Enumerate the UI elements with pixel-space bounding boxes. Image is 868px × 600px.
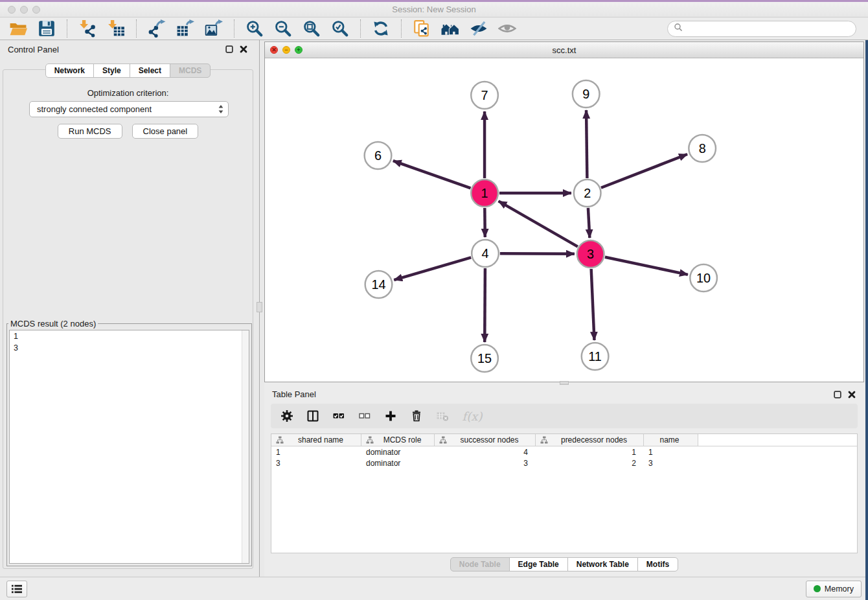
run-mcds-button[interactable]: Run MCDS xyxy=(58,124,122,139)
task-history-button[interactable] xyxy=(6,581,27,597)
table-row[interactable]: 3dominator323 xyxy=(271,457,857,468)
zoom-fit-icon[interactable] xyxy=(302,19,321,38)
table-cell: 4 xyxy=(435,448,536,457)
import-network-icon[interactable] xyxy=(78,19,97,38)
network-minimize-button[interactable]: − xyxy=(282,46,290,54)
control-panel: Control Panel NetworkStyleSelectMCDS Opt… xyxy=(0,40,256,577)
graph-edge-3-1[interactable] xyxy=(499,201,578,246)
horizontal-splitter-grip[interactable] xyxy=(560,381,569,385)
tab-node-table[interactable]: Node Table xyxy=(450,557,510,571)
graph-edge-2-3[interactable] xyxy=(588,208,589,238)
tab-mcds[interactable]: MCDS xyxy=(170,63,211,78)
graph-edge-3-11[interactable] xyxy=(591,269,595,340)
export-image-icon[interactable] xyxy=(204,19,223,38)
column-header-successor-nodes[interactable]: successor nodes xyxy=(435,434,536,446)
table-cell: 2 xyxy=(536,459,644,468)
hide-selected-icon[interactable] xyxy=(469,19,488,38)
graph-edge-2-9[interactable] xyxy=(586,110,587,178)
graph-node-1[interactable]: 1 xyxy=(471,179,498,207)
svg-text:8: 8 xyxy=(699,141,706,156)
network-window-titlebar[interactable]: ✕ − + scc.txt xyxy=(265,42,863,58)
toolbar-separator xyxy=(234,19,234,38)
panel-splitter[interactable] xyxy=(256,40,264,577)
list-view-icon xyxy=(10,584,23,594)
tab-edge-table[interactable]: Edge Table xyxy=(509,557,568,571)
open-session-icon[interactable] xyxy=(8,19,28,38)
svg-text:2: 2 xyxy=(584,186,591,200)
network-close-button[interactable]: ✕ xyxy=(270,46,278,54)
graph-edge-4-15[interactable] xyxy=(485,268,485,342)
column-header-predecessor-nodes[interactable]: predecessor nodes xyxy=(536,434,644,446)
table-row[interactable]: 1dominator411 xyxy=(271,446,857,457)
tab-select[interactable]: Select xyxy=(130,63,170,78)
network-canvas[interactable]: 1234678910111415 xyxy=(265,58,863,382)
tab-network-table[interactable]: Network Table xyxy=(567,557,638,571)
tab-motifs[interactable]: Motifs xyxy=(637,557,678,571)
table-cell: 1 xyxy=(271,448,361,457)
graph-node-2[interactable]: 2 xyxy=(574,179,601,207)
graph-node-7[interactable]: 7 xyxy=(471,82,498,109)
table-cell: dominator xyxy=(361,448,435,457)
graph-edge-1-6[interactable] xyxy=(393,161,471,188)
graph-edge-4-14[interactable] xyxy=(394,257,471,280)
save-session-icon[interactable] xyxy=(37,19,56,38)
control-panel-title: Control Panel xyxy=(8,45,59,54)
first-neighbors-icon[interactable] xyxy=(440,19,460,38)
memory-button[interactable]: Memory xyxy=(806,581,862,597)
graph-node-9[interactable]: 9 xyxy=(573,80,600,108)
criterion-value: strongly connected component xyxy=(37,104,152,114)
add-column-icon[interactable] xyxy=(383,409,398,423)
graph-node-11[interactable]: 11 xyxy=(582,343,609,370)
mcds-result-item[interactable]: 1 xyxy=(10,330,249,342)
close-panel-button[interactable]: Close panel xyxy=(132,124,199,139)
import-table-icon[interactable] xyxy=(106,19,126,38)
node-table: shared nameMCDS rolesuccessor nodesprede… xyxy=(271,433,858,553)
zoom-in-icon[interactable] xyxy=(245,19,264,38)
graph-node-15[interactable]: 15 xyxy=(471,345,498,372)
mcds-result-list[interactable]: 13 xyxy=(9,330,249,564)
application-window: Session: New Session Control Panel Netwo… xyxy=(0,0,868,600)
criterion-select[interactable]: strongly connected component xyxy=(29,101,229,117)
tab-network[interactable]: Network xyxy=(45,63,94,78)
column-header-name[interactable]: name xyxy=(644,434,698,446)
graph-node-3[interactable]: 3 xyxy=(577,240,604,268)
unselect-all-columns-icon[interactable] xyxy=(358,409,372,423)
zoom-selected-icon[interactable] xyxy=(330,19,350,38)
tab-style[interactable]: Style xyxy=(93,63,130,78)
graph-node-8[interactable]: 8 xyxy=(689,135,716,162)
graph-edge-3-10[interactable] xyxy=(605,257,688,275)
close-panel-icon[interactable] xyxy=(239,45,248,54)
select-all-columns-icon[interactable] xyxy=(332,409,346,423)
column-layout-icon[interactable] xyxy=(306,409,320,423)
mcds-result-item[interactable]: 3 xyxy=(10,342,249,354)
column-header-shared-name[interactable]: shared name xyxy=(271,434,361,446)
graph-node-10[interactable]: 10 xyxy=(690,264,717,292)
splitter-grip[interactable] xyxy=(257,302,262,312)
mcds-result-fieldset: MCDS result (2 nodes) 13 xyxy=(6,319,252,566)
zoom-out-icon[interactable] xyxy=(273,19,293,38)
table-panel: Table Panel f(x) shared nameMCDS rolesuc… xyxy=(264,386,864,575)
result-scrollbar[interactable] xyxy=(242,330,249,563)
function-builder-icon: f(x) xyxy=(461,409,483,423)
float-panel-icon[interactable] xyxy=(225,45,234,54)
export-network-icon[interactable] xyxy=(147,19,166,38)
search-input[interactable] xyxy=(686,24,850,34)
graph-node-4[interactable]: 4 xyxy=(472,240,499,267)
graph-edge-4-3[interactable] xyxy=(500,253,575,254)
table-panel-title: Table Panel xyxy=(272,389,316,399)
table-cell: 3 xyxy=(644,459,698,468)
network-maximize-button[interactable]: + xyxy=(295,46,303,54)
refresh-icon[interactable] xyxy=(371,19,391,38)
network-file-share-icon[interactable] xyxy=(412,19,431,38)
column-header-MCDS-role[interactable]: MCDS role xyxy=(361,434,435,446)
settings-gear-icon[interactable] xyxy=(280,409,294,423)
graph-node-6[interactable]: 6 xyxy=(365,142,392,169)
delete-column-icon[interactable] xyxy=(409,409,424,423)
search-field[interactable] xyxy=(667,21,856,37)
export-table-icon[interactable] xyxy=(176,19,195,38)
status-bar: Memory xyxy=(0,577,868,600)
close-panel-icon[interactable] xyxy=(847,390,856,399)
graph-edge-2-8[interactable] xyxy=(601,154,687,188)
graph-node-14[interactable]: 14 xyxy=(365,271,393,298)
float-panel-icon[interactable] xyxy=(833,390,842,399)
